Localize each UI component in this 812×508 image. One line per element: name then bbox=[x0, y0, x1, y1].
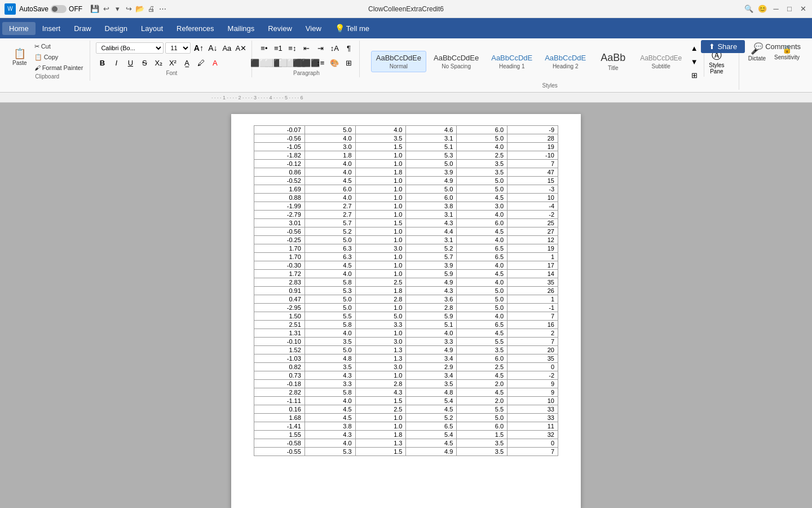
strikethrough-button[interactable]: S bbox=[138, 56, 151, 69]
line-spacing-button[interactable]: ↕≡ bbox=[314, 56, 326, 69]
table-row: -1.992.71.03.83.0-4 bbox=[254, 202, 558, 211]
table-cell: 2.82 bbox=[254, 388, 305, 397]
style-normal-label: Normal bbox=[390, 63, 408, 69]
highlight-button[interactable]: 🖊 bbox=[195, 56, 207, 69]
table-cell: -3 bbox=[508, 185, 558, 194]
search-btn[interactable]: 🔍 bbox=[744, 5, 753, 14]
copy-button[interactable]: 📋 Copy bbox=[32, 52, 86, 62]
style-subtitle[interactable]: AaBbCcDdEe Subtitle bbox=[635, 51, 687, 72]
change-case-button[interactable]: Aa bbox=[220, 42, 233, 54]
paste-button[interactable]: 📋 Paste bbox=[9, 46, 30, 68]
underline-button[interactable]: U bbox=[124, 56, 136, 69]
menu-references[interactable]: References bbox=[170, 22, 220, 35]
table-row: -0.103.53.03.35.57 bbox=[254, 338, 558, 346]
font-shrink-button[interactable]: A↓ bbox=[206, 42, 219, 54]
shading-button[interactable]: 🎨 bbox=[328, 56, 341, 69]
sort-button[interactable]: ↕A bbox=[328, 42, 341, 54]
table-row: -0.564.03.53.15.028 bbox=[254, 134, 558, 143]
table-cell: 5.0 bbox=[457, 414, 508, 422]
clear-format-button[interactable]: A✕ bbox=[235, 42, 247, 54]
style-heading2[interactable]: AaBbCcDdE Heading 2 bbox=[540, 51, 591, 72]
share-button[interactable]: ⬆ Share bbox=[701, 40, 745, 53]
table-cell: 1.8 bbox=[355, 287, 406, 295]
maximize-btn[interactable]: □ bbox=[785, 5, 794, 14]
style-no-spacing[interactable]: AaBbCcDdEe No Spacing bbox=[429, 51, 484, 72]
table-cell: -0.25 bbox=[254, 236, 305, 244]
table-cell: 3.5 bbox=[457, 168, 508, 177]
menu-draw[interactable]: Draw bbox=[67, 22, 98, 35]
italic-button[interactable]: I bbox=[110, 56, 122, 69]
table-cell: 16 bbox=[508, 321, 558, 329]
increase-indent-button[interactable]: ⇥ bbox=[314, 42, 326, 54]
document-area[interactable]: -0.075.04.04.66.0-9-0.564.03.53.15.028-1… bbox=[0, 103, 812, 508]
account-btn[interactable]: 😊 bbox=[758, 5, 767, 14]
menu-design[interactable]: Design bbox=[98, 22, 134, 35]
font-color-button[interactable]: A bbox=[209, 56, 221, 69]
table-cell: 6.0 bbox=[457, 422, 508, 431]
font-size-select[interactable]: 11 bbox=[165, 42, 191, 54]
format-painter-button[interactable]: 🖌 Format Painter bbox=[32, 63, 86, 72]
table-cell: -0.10 bbox=[254, 338, 305, 346]
open-btn[interactable]: 📂 bbox=[135, 5, 144, 14]
justify-button[interactable]: ⬛⬛⬛ bbox=[300, 56, 312, 69]
undo-dropdown[interactable]: ▾ bbox=[113, 5, 122, 14]
table-cell: 19 bbox=[508, 244, 558, 253]
subscript-button[interactable]: X₂ bbox=[152, 56, 165, 69]
borders-button[interactable]: ⊞ bbox=[342, 56, 355, 69]
table-cell: 5.2 bbox=[304, 227, 355, 236]
style-heading1-preview: AaBbCcDdE bbox=[491, 54, 532, 62]
menu-review[interactable]: Review bbox=[261, 22, 299, 35]
cut-button[interactable]: ✂ Cut bbox=[32, 42, 86, 51]
table-cell: 4.0 bbox=[457, 143, 508, 151]
bullets-button[interactable]: ≡• bbox=[258, 42, 270, 54]
style-normal[interactable]: AaBbCcDdEe Normal bbox=[371, 51, 426, 72]
menu-insert[interactable]: Insert bbox=[36, 22, 68, 35]
font-name-select[interactable]: Calibri (Bo... bbox=[96, 42, 164, 54]
table-cell: -0.18 bbox=[254, 380, 305, 388]
table-cell: 3.0 bbox=[355, 338, 406, 346]
decrease-indent-button[interactable]: ⇤ bbox=[300, 42, 312, 54]
table-cell: 5.0 bbox=[457, 295, 508, 304]
styles-scroll-down[interactable]: ▼ bbox=[688, 55, 700, 68]
more-btn[interactable]: ⋯ bbox=[158, 5, 167, 14]
undo-btn[interactable]: ↩ bbox=[102, 5, 111, 14]
text-effects-button[interactable]: A̲ bbox=[180, 56, 193, 69]
style-heading1[interactable]: AaBbCcDdE Heading 1 bbox=[486, 51, 537, 72]
redo-btn[interactable]: ↪ bbox=[124, 5, 133, 14]
menu-mailings[interactable]: Mailings bbox=[221, 22, 262, 35]
multilevel-button[interactable]: ≡↕ bbox=[286, 42, 298, 54]
table-cell: 4.4 bbox=[406, 227, 457, 236]
print-btn[interactable]: 🖨 bbox=[147, 5, 156, 14]
menu-home[interactable]: Home bbox=[2, 22, 36, 35]
table-cell: 1.8 bbox=[304, 151, 355, 160]
table-cell: 2.51 bbox=[254, 321, 305, 329]
table-cell: 4.3 bbox=[355, 388, 406, 397]
bold-button[interactable]: B bbox=[96, 56, 108, 69]
close-btn[interactable]: ✕ bbox=[798, 5, 807, 14]
table-cell: 4.3 bbox=[304, 371, 355, 380]
menu-tellme[interactable]: 💡 Tell me bbox=[328, 21, 376, 35]
table-row: -0.255.01.03.14.012 bbox=[254, 236, 558, 244]
table-cell: 4.5 bbox=[406, 405, 457, 414]
save-btn[interactable]: 💾 bbox=[90, 5, 99, 14]
table-cell: 3.9 bbox=[406, 261, 457, 270]
superscript-button[interactable]: X² bbox=[166, 56, 179, 69]
table-cell: 1.72 bbox=[254, 270, 305, 278]
comments-button[interactable]: 💬 Comments bbox=[749, 40, 805, 53]
style-subtitle-label: Subtitle bbox=[652, 63, 670, 69]
menu-layout[interactable]: Layout bbox=[134, 22, 170, 35]
table-row: -0.555.31.54.93.57 bbox=[254, 448, 558, 456]
font-grow-button[interactable]: A↑ bbox=[192, 42, 205, 54]
style-title[interactable]: AaBb Title bbox=[593, 49, 633, 74]
table-cell: 4.0 bbox=[355, 126, 406, 134]
table-cell: 3.6 bbox=[406, 295, 457, 304]
menu-view[interactable]: View bbox=[299, 22, 328, 35]
minimize-btn[interactable]: ─ bbox=[771, 5, 780, 14]
table-cell: 7 bbox=[508, 160, 558, 168]
show-marks-button[interactable]: ¶ bbox=[342, 42, 355, 54]
table-cell: 2.0 bbox=[457, 397, 508, 405]
numbering-button[interactable]: ≡1 bbox=[272, 42, 284, 54]
table-cell: 5.2 bbox=[406, 244, 457, 253]
autosave-toggle[interactable] bbox=[51, 5, 67, 13]
styles-expand[interactable]: ⊞ bbox=[688, 69, 700, 81]
